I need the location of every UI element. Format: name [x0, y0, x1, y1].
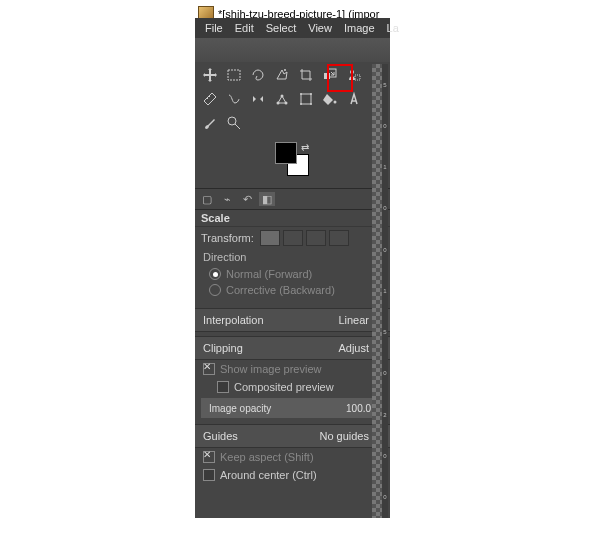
guides-value: No guides [319, 430, 369, 442]
fuzzy-select-tool-icon[interactable] [273, 66, 291, 84]
menu-edit[interactable]: Edit [229, 22, 260, 34]
svg-point-11 [310, 93, 312, 95]
tooloptions-tab-icon[interactable]: ▢ [199, 192, 215, 206]
guides-label: Guides [203, 430, 238, 442]
transform-mode-image-icon[interactable] [329, 230, 349, 246]
svg-point-13 [310, 103, 312, 105]
text-tool-icon[interactable] [345, 90, 363, 108]
device-tab-icon[interactable]: ⌁ [219, 192, 235, 206]
svg-point-1 [284, 69, 286, 71]
free-select-tool-icon[interactable] [249, 66, 267, 84]
show-preview-checkbox[interactable] [203, 363, 215, 375]
svg-point-15 [228, 117, 236, 125]
transform-label: Transform: [201, 232, 254, 244]
image-opacity-label: Image opacity [209, 403, 271, 414]
svg-point-14 [334, 101, 337, 104]
zoom-tool-icon[interactable] [225, 114, 243, 132]
undo-tab-icon[interactable]: ↶ [239, 192, 255, 206]
composited-preview-label: Composited preview [234, 381, 334, 393]
vertical-ruler: 50 100 150 200 [382, 64, 388, 518]
tool-options-title: Scale [195, 210, 390, 227]
fg-color-swatch[interactable] [275, 142, 297, 164]
around-center-label: Around center (Ctrl) [220, 469, 317, 481]
svg-rect-9 [301, 94, 311, 104]
perspective-tool-icon[interactable] [273, 90, 291, 108]
image-opacity-slider[interactable]: Image opacity 100.0 ▲▼ [201, 398, 384, 418]
clipping-label: Clipping [203, 342, 243, 354]
around-center-checkbox[interactable] [203, 469, 215, 481]
transform-mode-selection-icon[interactable] [283, 230, 303, 246]
flip-tool-icon[interactable] [249, 90, 267, 108]
crop-tool-icon[interactable] [297, 66, 315, 84]
svg-point-10 [300, 93, 302, 95]
menubar: File Edit Select View Image La [195, 18, 390, 38]
direction-corrective-radio[interactable] [209, 284, 221, 296]
clipping-dropdown[interactable]: Clipping Adjust⌄ [195, 336, 390, 360]
swap-colors-icon[interactable]: ⇄ [301, 142, 309, 153]
interpolation-label: Interpolation [203, 314, 264, 326]
direction-corrective-label: Corrective (Backward) [226, 284, 335, 296]
bucket-fill-tool-icon[interactable] [321, 90, 339, 108]
menu-image[interactable]: Image [338, 22, 381, 34]
tool-group-strip [195, 38, 390, 62]
direction-normal-radio[interactable] [209, 268, 221, 280]
image-tab-icon[interactable]: ◧ [259, 192, 275, 206]
menu-select[interactable]: Select [260, 22, 303, 34]
interpolation-dropdown[interactable]: Interpolation Linear⌄ [195, 308, 390, 332]
toolbox [195, 62, 390, 136]
keep-aspect-label: Keep aspect (Shift) [220, 451, 314, 463]
canvas-edge: 50 100 150 200 [372, 64, 388, 518]
guides-dropdown[interactable]: Guides No guides⌄ [195, 424, 390, 448]
clipping-value: Adjust [338, 342, 369, 354]
composited-preview-checkbox[interactable] [217, 381, 229, 393]
warp-tool-icon[interactable] [225, 90, 243, 108]
direction-label: Direction [203, 251, 371, 263]
cage-tool-icon[interactable] [297, 90, 315, 108]
menu-view[interactable]: View [302, 22, 338, 34]
foreground-select-tool-icon[interactable] [345, 66, 363, 84]
color-swatches[interactable]: ⇄ [195, 142, 390, 188]
svg-point-12 [300, 103, 302, 105]
image-opacity-value: 100.0 [346, 403, 371, 414]
rect-select-tool-icon[interactable] [225, 66, 243, 84]
direction-normal-label: Normal (Forward) [226, 268, 312, 280]
svg-rect-2 [324, 73, 330, 79]
scale-tool-icon[interactable] [321, 66, 339, 84]
transform-mode-path-icon[interactable] [306, 230, 326, 246]
measure-tool-icon[interactable] [201, 90, 219, 108]
menu-layer[interactable]: La [381, 22, 405, 34]
svg-rect-0 [228, 70, 240, 80]
show-preview-label: Show image preview [220, 363, 322, 375]
move-tool-icon[interactable] [201, 66, 219, 84]
transform-mode-layer-icon[interactable] [260, 230, 280, 246]
paintbrush-tool-icon[interactable] [201, 114, 219, 132]
interpolation-value: Linear [338, 314, 369, 326]
menu-file[interactable]: File [199, 22, 229, 34]
keep-aspect-checkbox[interactable] [203, 451, 215, 463]
svg-point-4 [350, 70, 354, 74]
svg-rect-5 [355, 75, 360, 80]
